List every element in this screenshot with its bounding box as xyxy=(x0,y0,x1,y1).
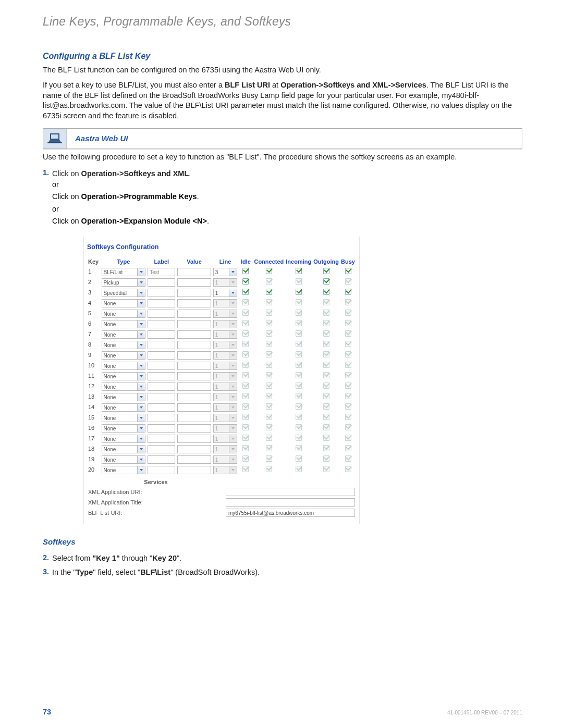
label-input[interactable] xyxy=(148,455,175,464)
type-select[interactable]: None xyxy=(102,320,146,328)
label-input[interactable] xyxy=(148,424,175,433)
idle-checkbox[interactable] xyxy=(242,289,249,295)
type-select[interactable]: None xyxy=(102,372,146,380)
text: Click on xyxy=(52,169,81,178)
conn-checkbox[interactable] xyxy=(266,268,272,274)
label-input[interactable] xyxy=(148,382,175,391)
label-input[interactable] xyxy=(148,403,175,412)
text: Select from xyxy=(52,554,92,562)
table-row: 10None1 xyxy=(87,361,356,371)
value-input[interactable] xyxy=(177,424,211,433)
label-input[interactable] xyxy=(148,320,175,328)
type-select[interactable]: None xyxy=(102,351,146,360)
value-input[interactable] xyxy=(177,403,211,412)
col-busy: Busy xyxy=(340,257,356,267)
out-checkbox[interactable] xyxy=(323,289,329,295)
line-select: 1 xyxy=(213,445,238,453)
label-input[interactable]: Test xyxy=(148,268,175,276)
label-input[interactable] xyxy=(148,289,175,297)
value-input[interactable] xyxy=(177,299,211,307)
value-input[interactable] xyxy=(177,289,211,297)
type-select[interactable]: None xyxy=(102,445,146,453)
label-input[interactable] xyxy=(148,341,175,349)
chevron-down-icon xyxy=(229,435,237,442)
line-select: 1 xyxy=(213,310,238,318)
value-input[interactable] xyxy=(177,393,211,401)
type-select[interactable]: Pickup xyxy=(102,278,146,287)
inc-checkbox[interactable] xyxy=(296,268,302,274)
busy-checkbox[interactable] xyxy=(345,268,351,274)
line-select[interactable]: 1 xyxy=(213,289,238,297)
label-input[interactable] xyxy=(148,435,175,443)
type-select[interactable]: Speeddial xyxy=(102,289,146,297)
value-input[interactable] xyxy=(177,320,211,328)
value-input[interactable] xyxy=(177,310,211,318)
chevron-down-icon xyxy=(137,383,145,390)
value-input[interactable] xyxy=(177,351,211,360)
step-number: 2. xyxy=(43,553,49,562)
value-input[interactable] xyxy=(177,330,211,339)
out-checkbox xyxy=(323,455,329,462)
type-select[interactable]: None xyxy=(102,403,146,412)
type-select[interactable]: None xyxy=(102,310,146,318)
value-input[interactable] xyxy=(177,341,211,349)
label-input[interactable] xyxy=(148,466,175,474)
value-input[interactable] xyxy=(177,382,211,391)
col-value: Value xyxy=(176,257,212,267)
label-input[interactable] xyxy=(148,310,175,318)
chevron-down-icon xyxy=(137,456,145,463)
inc-checkbox xyxy=(296,393,302,399)
label-input[interactable] xyxy=(148,362,175,370)
inc-checkbox xyxy=(296,351,302,357)
value-input[interactable] xyxy=(177,372,211,380)
label-input[interactable] xyxy=(148,278,175,287)
label-input[interactable] xyxy=(148,330,175,339)
value-input[interactable] xyxy=(177,455,211,464)
label-input[interactable] xyxy=(148,372,175,380)
type-select[interactable]: None xyxy=(102,330,146,339)
idle-checkbox[interactable] xyxy=(242,278,249,285)
idle-checkbox[interactable] xyxy=(242,268,249,274)
xml-uri-input[interactable] xyxy=(226,488,355,496)
type-select[interactable]: None xyxy=(102,299,146,307)
conn-checkbox xyxy=(266,351,272,357)
out-checkbox[interactable] xyxy=(323,268,329,274)
type-select[interactable]: None xyxy=(102,393,146,401)
value-input[interactable] xyxy=(177,268,211,276)
chevron-down-icon xyxy=(137,341,145,349)
label-input[interactable] xyxy=(148,445,175,453)
idle-checkbox xyxy=(242,341,249,347)
value-input[interactable] xyxy=(177,435,211,443)
busy-checkbox xyxy=(345,341,351,347)
line-select[interactable]: 3 xyxy=(213,268,238,276)
type-select[interactable]: None xyxy=(102,414,146,422)
type-select[interactable]: None xyxy=(102,435,146,443)
xml-title-input[interactable] xyxy=(226,498,355,507)
type-select[interactable]: None xyxy=(102,382,146,391)
type-select[interactable]: BLF/List xyxy=(102,268,146,276)
label-input[interactable] xyxy=(148,299,175,307)
label-input[interactable] xyxy=(148,351,175,360)
idle-checkbox xyxy=(242,362,249,368)
out-checkbox[interactable] xyxy=(323,278,329,285)
conn-checkbox[interactable] xyxy=(266,289,272,295)
value-input[interactable] xyxy=(177,278,211,287)
type-select[interactable]: None xyxy=(102,424,146,433)
inc-checkbox[interactable] xyxy=(296,289,302,295)
value-input[interactable] xyxy=(177,445,211,453)
idle-checkbox xyxy=(242,310,249,316)
label-input[interactable] xyxy=(148,414,175,422)
table-row: 3Speeddial1 xyxy=(87,288,356,298)
type-select[interactable]: None xyxy=(102,362,146,370)
type-select[interactable]: None xyxy=(102,455,146,464)
text-bold: Key 20 xyxy=(152,554,177,562)
value-input[interactable] xyxy=(177,414,211,422)
type-select[interactable]: None xyxy=(102,341,146,349)
value-input[interactable] xyxy=(177,362,211,370)
type-select[interactable]: None xyxy=(102,466,146,474)
line-select: 1 xyxy=(213,341,238,349)
value-input[interactable] xyxy=(177,466,211,474)
blf-list-uri-input[interactable]: my6755i-blf-list@as.broadworks.com xyxy=(226,509,355,517)
busy-checkbox[interactable] xyxy=(345,289,351,295)
label-input[interactable] xyxy=(148,393,175,401)
